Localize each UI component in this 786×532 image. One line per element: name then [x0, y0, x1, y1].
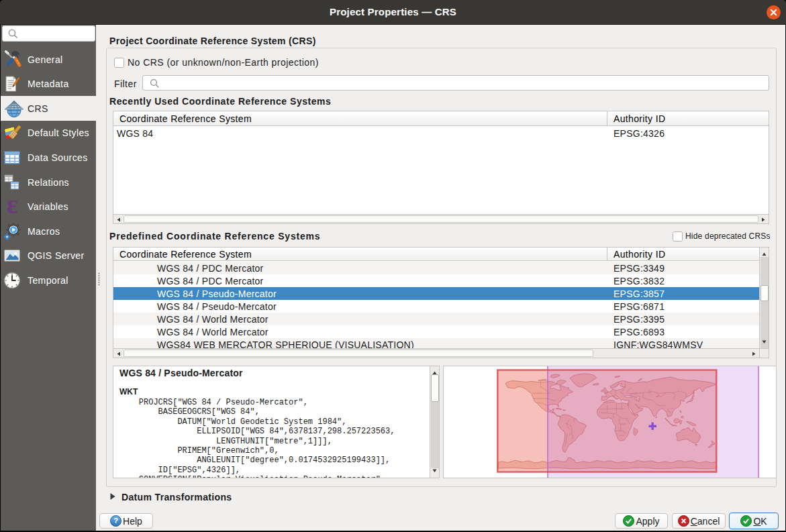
svg-text:?: ?: [113, 517, 118, 525]
svg-text:ε: ε: [7, 197, 19, 216]
